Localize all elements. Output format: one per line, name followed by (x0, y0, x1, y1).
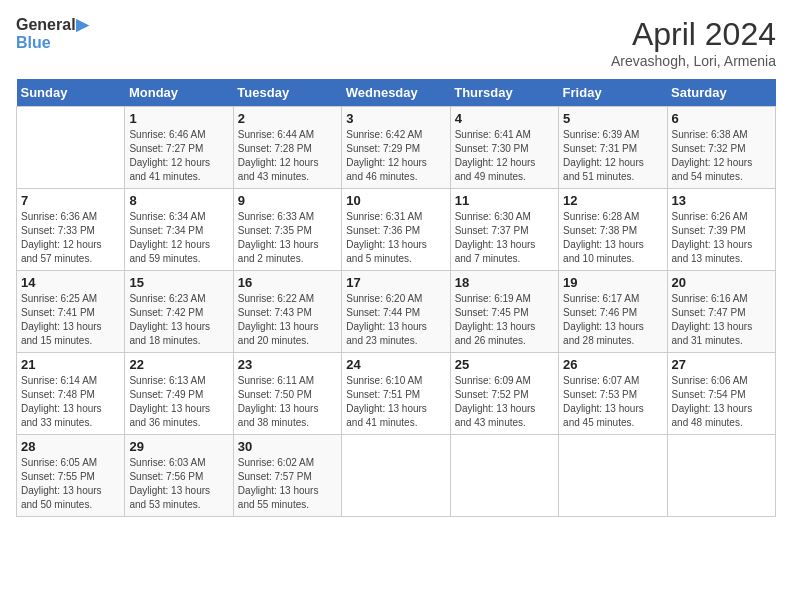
day-info: Sunrise: 6:13 AM Sunset: 7:49 PM Dayligh… (129, 374, 228, 430)
day-number: 22 (129, 357, 228, 372)
day-number: 5 (563, 111, 662, 126)
calendar-cell: 21Sunrise: 6:14 AM Sunset: 7:48 PM Dayli… (17, 353, 125, 435)
calendar-cell: 23Sunrise: 6:11 AM Sunset: 7:50 PM Dayli… (233, 353, 341, 435)
day-number: 27 (672, 357, 771, 372)
calendar-cell: 26Sunrise: 6:07 AM Sunset: 7:53 PM Dayli… (559, 353, 667, 435)
day-number: 4 (455, 111, 554, 126)
day-info: Sunrise: 6:31 AM Sunset: 7:36 PM Dayligh… (346, 210, 445, 266)
calendar-cell: 11Sunrise: 6:30 AM Sunset: 7:37 PM Dayli… (450, 189, 558, 271)
day-number: 2 (238, 111, 337, 126)
day-number: 23 (238, 357, 337, 372)
calendar-cell: 12Sunrise: 6:28 AM Sunset: 7:38 PM Dayli… (559, 189, 667, 271)
calendar-cell: 28Sunrise: 6:05 AM Sunset: 7:55 PM Dayli… (17, 435, 125, 517)
calendar-cell (667, 435, 775, 517)
calendar-week-row: 28Sunrise: 6:05 AM Sunset: 7:55 PM Dayli… (17, 435, 776, 517)
day-number: 11 (455, 193, 554, 208)
calendar-cell: 17Sunrise: 6:20 AM Sunset: 7:44 PM Dayli… (342, 271, 450, 353)
day-info: Sunrise: 6:09 AM Sunset: 7:52 PM Dayligh… (455, 374, 554, 430)
calendar-week-row: 7Sunrise: 6:36 AM Sunset: 7:33 PM Daylig… (17, 189, 776, 271)
calendar-week-row: 14Sunrise: 6:25 AM Sunset: 7:41 PM Dayli… (17, 271, 776, 353)
day-info: Sunrise: 6:42 AM Sunset: 7:29 PM Dayligh… (346, 128, 445, 184)
calendar-cell: 30Sunrise: 6:02 AM Sunset: 7:57 PM Dayli… (233, 435, 341, 517)
day-number: 9 (238, 193, 337, 208)
day-info: Sunrise: 6:23 AM Sunset: 7:42 PM Dayligh… (129, 292, 228, 348)
calendar-cell: 14Sunrise: 6:25 AM Sunset: 7:41 PM Dayli… (17, 271, 125, 353)
calendar-cell: 7Sunrise: 6:36 AM Sunset: 7:33 PM Daylig… (17, 189, 125, 271)
day-info: Sunrise: 6:44 AM Sunset: 7:28 PM Dayligh… (238, 128, 337, 184)
day-number: 1 (129, 111, 228, 126)
calendar-cell (17, 107, 125, 189)
day-info: Sunrise: 6:07 AM Sunset: 7:53 PM Dayligh… (563, 374, 662, 430)
subtitle: Arevashogh, Lori, Armenia (611, 53, 776, 69)
day-info: Sunrise: 6:06 AM Sunset: 7:54 PM Dayligh… (672, 374, 771, 430)
day-number: 13 (672, 193, 771, 208)
logo: General▶ Blue (16, 16, 88, 51)
day-number: 29 (129, 439, 228, 454)
calendar-cell (342, 435, 450, 517)
calendar-cell: 22Sunrise: 6:13 AM Sunset: 7:49 PM Dayli… (125, 353, 233, 435)
day-number: 3 (346, 111, 445, 126)
calendar-table: SundayMondayTuesdayWednesdayThursdayFrid… (16, 79, 776, 517)
calendar-cell: 25Sunrise: 6:09 AM Sunset: 7:52 PM Dayli… (450, 353, 558, 435)
day-info: Sunrise: 6:14 AM Sunset: 7:48 PM Dayligh… (21, 374, 120, 430)
calendar-cell: 27Sunrise: 6:06 AM Sunset: 7:54 PM Dayli… (667, 353, 775, 435)
weekday-header: Friday (559, 79, 667, 107)
day-number: 6 (672, 111, 771, 126)
calendar-cell: 24Sunrise: 6:10 AM Sunset: 7:51 PM Dayli… (342, 353, 450, 435)
day-number: 24 (346, 357, 445, 372)
day-info: Sunrise: 6:30 AM Sunset: 7:37 PM Dayligh… (455, 210, 554, 266)
calendar-cell: 18Sunrise: 6:19 AM Sunset: 7:45 PM Dayli… (450, 271, 558, 353)
day-number: 17 (346, 275, 445, 290)
day-info: Sunrise: 6:36 AM Sunset: 7:33 PM Dayligh… (21, 210, 120, 266)
weekday-header: Wednesday (342, 79, 450, 107)
calendar-cell (559, 435, 667, 517)
calendar-cell (450, 435, 558, 517)
day-info: Sunrise: 6:34 AM Sunset: 7:34 PM Dayligh… (129, 210, 228, 266)
calendar-cell: 10Sunrise: 6:31 AM Sunset: 7:36 PM Dayli… (342, 189, 450, 271)
calendar-cell: 29Sunrise: 6:03 AM Sunset: 7:56 PM Dayli… (125, 435, 233, 517)
day-number: 28 (21, 439, 120, 454)
day-number: 26 (563, 357, 662, 372)
calendar-cell: 15Sunrise: 6:23 AM Sunset: 7:42 PM Dayli… (125, 271, 233, 353)
main-title: April 2024 (611, 16, 776, 53)
calendar-cell: 5Sunrise: 6:39 AM Sunset: 7:31 PM Daylig… (559, 107, 667, 189)
calendar-cell: 9Sunrise: 6:33 AM Sunset: 7:35 PM Daylig… (233, 189, 341, 271)
calendar-cell: 4Sunrise: 6:41 AM Sunset: 7:30 PM Daylig… (450, 107, 558, 189)
calendar-week-row: 1Sunrise: 6:46 AM Sunset: 7:27 PM Daylig… (17, 107, 776, 189)
weekday-header: Thursday (450, 79, 558, 107)
calendar-cell: 20Sunrise: 6:16 AM Sunset: 7:47 PM Dayli… (667, 271, 775, 353)
calendar-cell: 6Sunrise: 6:38 AM Sunset: 7:32 PM Daylig… (667, 107, 775, 189)
day-number: 12 (563, 193, 662, 208)
day-info: Sunrise: 6:22 AM Sunset: 7:43 PM Dayligh… (238, 292, 337, 348)
day-number: 7 (21, 193, 120, 208)
day-number: 18 (455, 275, 554, 290)
calendar-cell: 2Sunrise: 6:44 AM Sunset: 7:28 PM Daylig… (233, 107, 341, 189)
day-info: Sunrise: 6:03 AM Sunset: 7:56 PM Dayligh… (129, 456, 228, 512)
day-info: Sunrise: 6:19 AM Sunset: 7:45 PM Dayligh… (455, 292, 554, 348)
weekday-header: Sunday (17, 79, 125, 107)
title-area: April 2024 Arevashogh, Lori, Armenia (611, 16, 776, 69)
day-info: Sunrise: 6:05 AM Sunset: 7:55 PM Dayligh… (21, 456, 120, 512)
calendar-cell: 8Sunrise: 6:34 AM Sunset: 7:34 PM Daylig… (125, 189, 233, 271)
calendar-cell: 3Sunrise: 6:42 AM Sunset: 7:29 PM Daylig… (342, 107, 450, 189)
calendar-week-row: 21Sunrise: 6:14 AM Sunset: 7:48 PM Dayli… (17, 353, 776, 435)
day-info: Sunrise: 6:16 AM Sunset: 7:47 PM Dayligh… (672, 292, 771, 348)
weekday-header: Monday (125, 79, 233, 107)
day-info: Sunrise: 6:20 AM Sunset: 7:44 PM Dayligh… (346, 292, 445, 348)
day-number: 16 (238, 275, 337, 290)
day-info: Sunrise: 6:26 AM Sunset: 7:39 PM Dayligh… (672, 210, 771, 266)
day-info: Sunrise: 6:10 AM Sunset: 7:51 PM Dayligh… (346, 374, 445, 430)
day-number: 30 (238, 439, 337, 454)
day-number: 10 (346, 193, 445, 208)
calendar-cell: 13Sunrise: 6:26 AM Sunset: 7:39 PM Dayli… (667, 189, 775, 271)
weekday-header: Saturday (667, 79, 775, 107)
day-info: Sunrise: 6:41 AM Sunset: 7:30 PM Dayligh… (455, 128, 554, 184)
day-info: Sunrise: 6:39 AM Sunset: 7:31 PM Dayligh… (563, 128, 662, 184)
header: General▶ Blue April 2024 Arevashogh, Lor… (16, 16, 776, 69)
day-info: Sunrise: 6:28 AM Sunset: 7:38 PM Dayligh… (563, 210, 662, 266)
day-info: Sunrise: 6:33 AM Sunset: 7:35 PM Dayligh… (238, 210, 337, 266)
day-number: 25 (455, 357, 554, 372)
calendar-cell: 16Sunrise: 6:22 AM Sunset: 7:43 PM Dayli… (233, 271, 341, 353)
day-info: Sunrise: 6:02 AM Sunset: 7:57 PM Dayligh… (238, 456, 337, 512)
calendar-cell: 1Sunrise: 6:46 AM Sunset: 7:27 PM Daylig… (125, 107, 233, 189)
